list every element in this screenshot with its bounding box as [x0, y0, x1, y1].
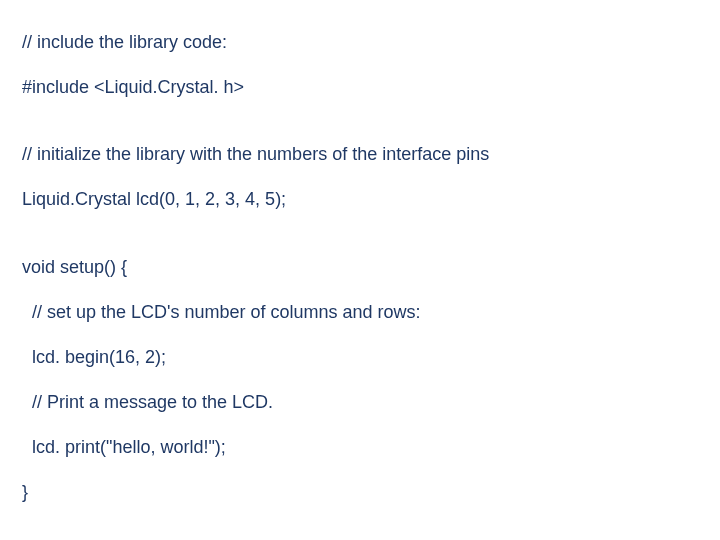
code-line: } [22, 481, 698, 504]
code-line: #include <Liquid.Crystal. h> [22, 76, 698, 99]
code-line: lcd. print("hello, world!"); [22, 436, 698, 459]
code-line: // Print a message to the LCD. [22, 391, 698, 414]
code-line: lcd. begin(16, 2); [22, 346, 698, 369]
code-line: Liquid.Crystal lcd(0, 1, 2, 3, 4, 5); [22, 188, 698, 211]
code-slide: // include the library code: #include <L… [0, 0, 720, 540]
code-line: // initialize the library with the numbe… [22, 143, 698, 166]
code-line: // set up the LCD's number of columns an… [22, 301, 698, 324]
code-line: // include the library code: [22, 31, 698, 54]
code-line: void setup() { [22, 256, 698, 279]
